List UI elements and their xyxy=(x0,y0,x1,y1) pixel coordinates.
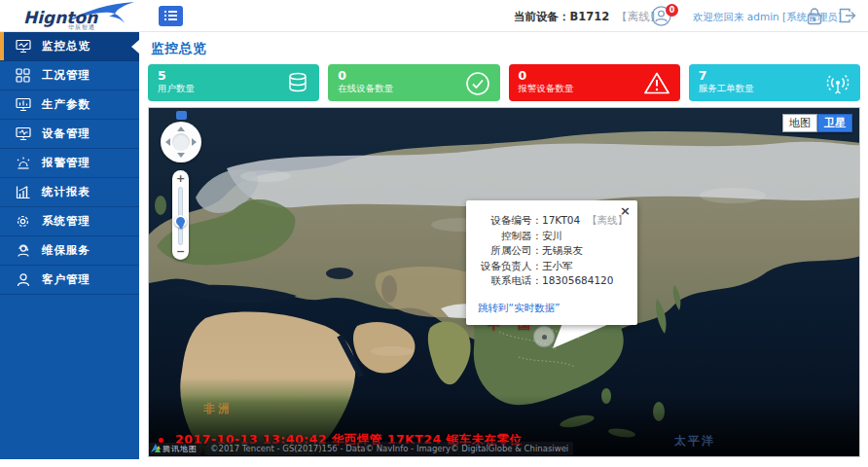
popup-row: 所属公司： 无锡泉友 xyxy=(474,243,628,259)
popup-tail xyxy=(543,323,621,362)
sidebar-item-label: 统计报表 xyxy=(42,185,90,199)
grid-icon xyxy=(15,68,31,83)
realtime-data-link[interactable]: 跳转到“实时数据” xyxy=(478,302,628,315)
current-device: 当前设备：B1712 【离线】 xyxy=(514,10,661,24)
map-pan-control[interactable] xyxy=(161,122,201,162)
tencent-logo-badge: 腾讯地图 xyxy=(149,443,201,455)
current-device-value: B1712 xyxy=(570,10,610,23)
gear-icon xyxy=(15,214,31,229)
current-device-label: 当前设备： xyxy=(514,10,570,23)
menu-toggle-button[interactable] xyxy=(159,6,183,26)
sidebar-item-label: 生产参数 xyxy=(42,97,90,112)
popup-row: 联系电话： 18305684120 xyxy=(474,273,628,289)
close-icon[interactable]: × xyxy=(620,204,631,217)
popup-row: 控制器： 安川 xyxy=(474,229,628,244)
dashboard-root: Hignton 华辰智通 当前设备：B1712 【离线】 0 欢迎您回来 adm… xyxy=(0,0,868,467)
alarm-siren-icon xyxy=(15,156,31,170)
bar-chart-icon xyxy=(15,185,31,199)
sidebar-item-label: 报警管理 xyxy=(42,156,90,170)
check-circle-icon xyxy=(465,71,490,100)
brand-logo[interactable]: Hignton 华辰智通 xyxy=(10,2,146,31)
page-title: 监控总览 xyxy=(151,40,207,57)
map-attribution: 腾讯地图 ©2017 Tencent - GS(2017)156 - Data©… xyxy=(149,442,573,455)
map-type-toggle: 地图 卫星 xyxy=(782,114,852,132)
sidebar-item-monitor-overview[interactable]: 监控总览 xyxy=(0,32,139,61)
world-map[interactable]: 中国 非洲 太平洋 + − 地图 卫星 xyxy=(148,107,860,457)
sidebar-item-alarm-mgmt[interactable]: 报警管理 xyxy=(0,149,139,178)
map-view-button[interactable]: 地图 xyxy=(782,114,817,132)
sidebar-item-statistics[interactable]: 统计报表 xyxy=(0,178,139,207)
sidebar-item-maintenance-service[interactable]: 维保服务 xyxy=(0,236,139,266)
pan-center-knob[interactable] xyxy=(172,133,190,151)
sidebar-item-label: 工况管理 xyxy=(42,68,90,83)
popup-row: 设备编号： 17KT04 【离线】 xyxy=(474,213,628,229)
sidebar-item-label: 系统管理 xyxy=(42,214,90,229)
production-monitor-icon xyxy=(15,97,31,112)
logout-icon xyxy=(838,7,856,24)
map-3d-toggle-icon[interactable] xyxy=(176,111,187,120)
monitor-overview-icon xyxy=(15,39,31,54)
logout-button[interactable] xyxy=(838,7,856,28)
zoom-slider-thumb[interactable] xyxy=(174,215,187,228)
pan-left-icon[interactable] xyxy=(165,138,170,146)
pan-up-icon[interactable] xyxy=(177,126,185,131)
database-icon xyxy=(286,71,309,98)
device-info-popup: × 设备编号： 17KT04 【离线】 控制器： 安川 所属公司： 无锡泉友 设… xyxy=(466,200,637,325)
stat-card-online-devices[interactable]: 0 在线设备数量 xyxy=(328,64,499,101)
sidebar-item-label: 设备管理 xyxy=(42,126,90,141)
sidebar-nav: 监控总览 工况管理 生产参数 设备管理 报警管理 统计报表 系统管理 维保服务 xyxy=(0,32,139,459)
stat-card-users[interactable]: 5 用户数量 xyxy=(148,64,319,101)
popup-row: 设备负责人： 王小军 xyxy=(474,259,628,274)
tencent-map-icon xyxy=(151,444,161,453)
zoom-in-button[interactable]: + xyxy=(172,173,189,185)
logo-subtext: 华辰智通 xyxy=(68,23,95,32)
stat-card-alarm-devices[interactable]: 0 报警设备数量 xyxy=(509,64,680,101)
sidebar-item-condition-mgmt[interactable]: 工况管理 xyxy=(0,61,139,90)
map-label-pacific: 太平洋 xyxy=(674,433,715,449)
sidebar-item-device-mgmt[interactable]: 设备管理 xyxy=(0,120,139,149)
pan-right-icon[interactable] xyxy=(192,138,197,146)
sidebar-item-label: 维保服务 xyxy=(42,243,90,258)
customer-person-icon xyxy=(15,272,31,287)
lock-button[interactable] xyxy=(806,7,823,29)
warning-triangle-icon xyxy=(643,71,670,99)
zoom-out-button[interactable]: − xyxy=(172,246,189,258)
user-menu[interactable]: 0 xyxy=(651,6,682,27)
stat-card-service-orders[interactable]: 7 服务工单数量 xyxy=(689,64,860,101)
notification-badge: 0 xyxy=(666,4,678,17)
lock-icon xyxy=(806,7,823,25)
broadcast-signal-icon xyxy=(825,71,850,100)
pan-down-icon[interactable] xyxy=(177,153,185,158)
sidebar-item-customer-mgmt[interactable]: 客户管理 xyxy=(0,266,139,295)
map-zoom-control[interactable]: + − xyxy=(172,170,189,260)
top-header: Hignton 华辰智通 当前设备：B1712 【离线】 0 欢迎您回来 adm… xyxy=(0,0,868,32)
list-icon xyxy=(164,11,177,21)
map-label-africa: 非洲 xyxy=(203,401,233,417)
attribution-text: ©2017 Tencent - GS(2017)156 - Data© NavI… xyxy=(205,442,573,455)
sidebar-item-system-mgmt[interactable]: 系统管理 xyxy=(0,207,139,236)
sidebar-item-production-params[interactable]: 生产参数 xyxy=(0,90,139,120)
device-monitor-icon xyxy=(15,126,31,141)
satellite-view-button[interactable]: 卫星 xyxy=(817,114,852,132)
sidebar-item-label: 客户管理 xyxy=(42,272,90,287)
support-headset-icon xyxy=(15,243,31,258)
stat-cards-row: 5 用户数量 0 在线设备数量 0 报警设备数量 7 服务工单数量 xyxy=(148,64,860,101)
sidebar-item-label: 监控总览 xyxy=(42,39,90,54)
